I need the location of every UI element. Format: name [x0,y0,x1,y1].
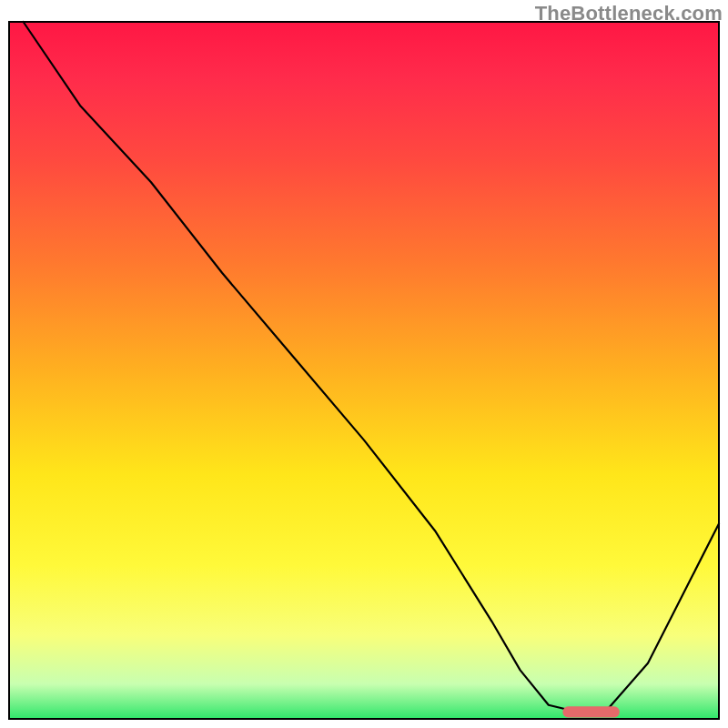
optimal-range-marker [562,706,619,717]
bottleneck-chart [0,0,728,728]
gradient-background [9,22,719,719]
watermark-label: TheBottleneck.com [535,2,723,25]
chart-container: TheBottleneck.com [0,0,728,728]
